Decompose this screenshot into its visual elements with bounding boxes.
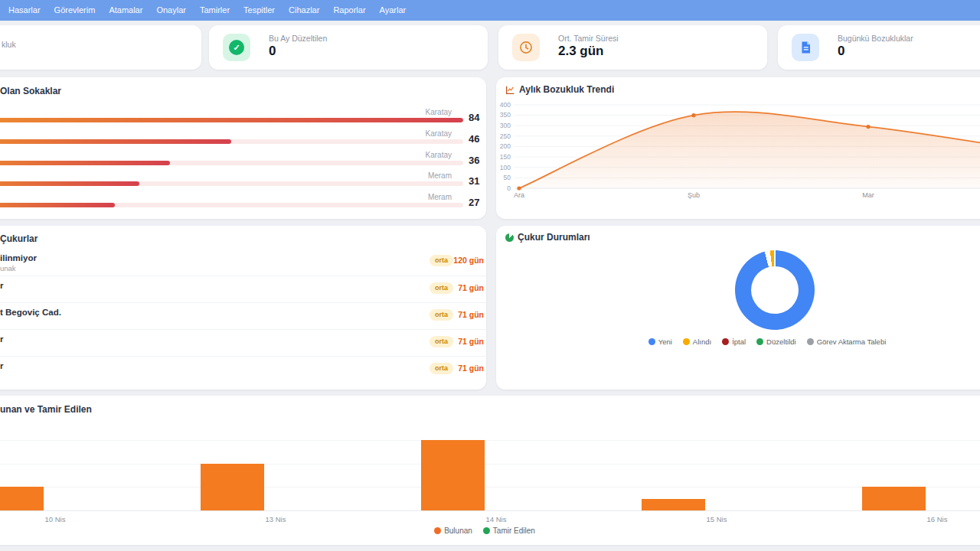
svg-text:0: 0: [507, 184, 511, 192]
status-donut-chart: [735, 250, 815, 330]
gridline: [0, 440, 980, 441]
monthly-trend-card: Aylık Bozukluk Trendi 400350300250200150…: [496, 77, 980, 219]
street-row: Meram27: [0, 193, 484, 213]
potholes-title-fragment: Çukurlar: [0, 233, 38, 244]
nav-item-ayarlar[interactable]: Ayarlar: [373, 0, 413, 21]
street-bar: [0, 161, 170, 165]
legend-dot-icon: [756, 338, 763, 345]
legend-dot-icon: [648, 338, 655, 345]
gridline: [0, 487, 980, 487]
pothole-age: 71 gün: [458, 364, 484, 373]
legend-item-alındı[interactable]: Alındı: [683, 337, 711, 346]
pothole-name-fragment: r: [0, 334, 3, 344]
legend-item-tamir-edilen[interactable]: Tamir Edilen: [483, 527, 535, 535]
legend-item-yeni[interactable]: Yeni: [648, 337, 672, 346]
legend-item-i̇ptal[interactable]: İptal: [722, 337, 746, 346]
pothole-name-fragment: r: [0, 281, 3, 290]
street-row: Karatay46: [0, 129, 484, 149]
street-bar: [0, 203, 115, 207]
potholes-card: Çukurlar ilinmiyorunakorta120 günrorta71…: [0, 226, 486, 390]
street-row: Karatay84: [0, 108, 484, 128]
pothole-list-item: rorta71 gün: [0, 356, 486, 383]
check-circle-icon: ✓: [223, 34, 250, 61]
nav-item-onaylar[interactable]: Onaylar: [149, 0, 193, 21]
stat-label: Bugünkü Bozukluklar: [838, 34, 913, 43]
street-count: 27: [469, 197, 479, 208]
svg-text:Ara: Ara: [514, 191, 524, 199]
gridline: [0, 464, 980, 465]
street-bar-track: [0, 139, 463, 144]
stat-value: 2.3 gün: [558, 44, 604, 59]
found-repaired-title-fragment: unan ve Tamir Edilen: [0, 404, 92, 415]
found-bar: [862, 487, 926, 510]
pothole-age: 71 gün: [458, 283, 484, 292]
legend-item-düzeltildi[interactable]: Düzeltildi: [756, 337, 796, 346]
stat-label: Bu Ay Düzeltilen: [269, 34, 327, 43]
street-bar-track: [0, 203, 463, 207]
svg-text:400: 400: [500, 101, 511, 109]
stat-value: 0: [838, 44, 844, 59]
legend-item-görev-aktarma-talebi[interactable]: Görev Aktarma Talebi: [807, 337, 887, 346]
legend-dot-icon: [483, 527, 490, 534]
x-axis-label: 13 Nis: [253, 515, 299, 523]
street-row: Karatay36: [0, 151, 484, 171]
legend-dot-icon: [807, 338, 814, 345]
nav-item-raporlar[interactable]: Raporlar: [326, 0, 372, 21]
x-axis-label: 15 Nis: [694, 515, 740, 523]
nav-item-görevlerim[interactable]: Görevlerim: [47, 0, 103, 21]
top-streets-title-fragment: Olan Sokaklar: [0, 86, 61, 96]
x-axis-label: 16 Nis: [914, 515, 960, 523]
nav-item-tamirler[interactable]: Tamirler: [193, 0, 237, 21]
street-district-label: Karatay: [426, 151, 452, 159]
x-axis-line: [0, 510, 980, 511]
stat-label-fragment: kluk: [2, 40, 16, 49]
legend-label: Yeni: [658, 337, 672, 346]
stat-value: 0: [269, 44, 276, 59]
nav-item-atamalar[interactable]: Atamalar: [102, 0, 149, 21]
legend-label: Tamir Edilen: [493, 527, 535, 535]
nav-item-cihazlar[interactable]: Cihazlar: [282, 0, 326, 21]
found-bar: [201, 464, 264, 510]
bottom-chart-legend: BulunanTamir Edilen: [0, 527, 980, 535]
pothole-name-fragment: r: [0, 361, 3, 370]
pothole-age: 71 gün: [458, 337, 484, 346]
legend-item-bulunan[interactable]: Bulunan: [434, 527, 472, 535]
pothole-list-item: ilinmiyorunakorta120 gün: [0, 249, 486, 276]
top-streets-card: Olan Sokaklar Karatay84Karatay46Karatay3…: [0, 77, 486, 219]
x-axis-label: 14 Nis: [473, 515, 519, 523]
street-count: 31: [469, 175, 479, 187]
line-chart-icon: [505, 85, 515, 95]
pothole-status-card: Çukur Durumları YeniAlındıİptalDüzeltild…: [496, 226, 980, 390]
found-bar: [0, 487, 44, 510]
legend-label: İptal: [732, 337, 746, 346]
legend-label: Alındı: [693, 337, 711, 346]
severity-badge: orta: [430, 282, 453, 294]
svg-text:50: 50: [504, 174, 511, 181]
found-bar: [421, 440, 485, 510]
clock-icon: [512, 34, 540, 61]
stat-card-fixed-this-month: ✓ Bu Ay Düzeltilen 0: [209, 25, 488, 70]
svg-text:200: 200: [500, 142, 511, 150]
donut-legend: YeniAlındıİptalDüzeltildiGörev Aktarma T…: [496, 337, 980, 346]
street-row: Meram31: [0, 171, 484, 191]
svg-text:350: 350: [500, 111, 511, 119]
pothole-list-item: rorta71 gün: [0, 276, 486, 303]
found-bar: [642, 499, 705, 510]
svg-text:300: 300: [500, 122, 511, 129]
street-bar: [0, 139, 231, 144]
severity-badge: orta: [430, 363, 453, 374]
svg-text:Mar: Mar: [862, 191, 874, 199]
trend-chart: 400350300250200150100500AraŞubMar: [496, 99, 980, 215]
severity-badge: orta: [430, 336, 453, 347]
severity-badge: orta: [430, 255, 453, 266]
street-district-label: Meram: [428, 193, 452, 201]
street-bar-track: [0, 118, 463, 122]
nav-item-tespitler[interactable]: Tespitler: [237, 0, 282, 21]
pothole-age: 120 gün: [453, 256, 484, 265]
street-district-label: Karatay: [426, 108, 452, 116]
pothole-list-item: rorta71 gün: [0, 329, 486, 357]
stat-label: Ort. Tamir Süresi: [558, 34, 619, 43]
nav-item-hasarlar[interactable]: Hasarlar: [2, 0, 47, 21]
dashboard-screen: HasarlarGörevlerimAtamalarOnaylarTamirle…: [0, 0, 980, 551]
stat-card-avg-repair-time: Ort. Tamir Süresi 2.3 gün: [498, 25, 767, 70]
